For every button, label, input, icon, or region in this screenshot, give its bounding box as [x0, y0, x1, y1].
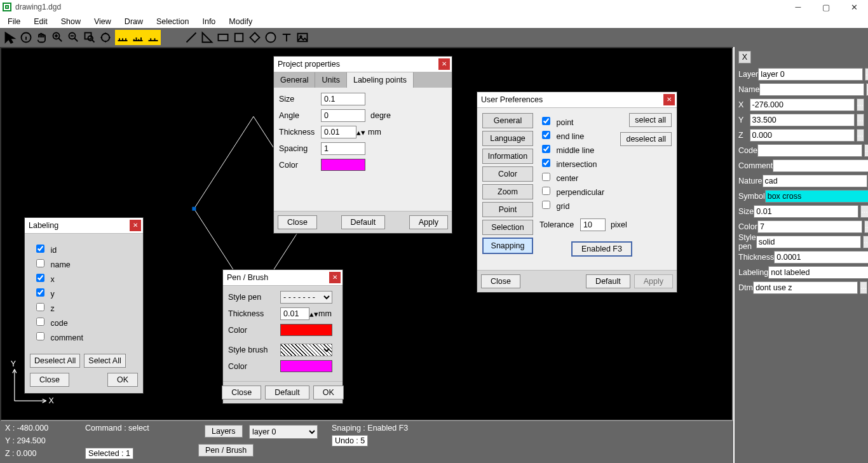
- menu-show[interactable]: Show: [56, 15, 86, 27]
- rp-z-input[interactable]: [750, 129, 855, 142]
- layers-button[interactable]: Layers: [205, 425, 243, 438]
- minimize-button[interactable]: ─: [784, 0, 812, 14]
- rp-comment-input[interactable]: [773, 159, 868, 172]
- rect-icon[interactable]: [217, 31, 229, 44]
- rp-layer-input[interactable]: [758, 68, 863, 81]
- cursor-icon[interactable]: [4, 31, 17, 44]
- zoom-in-icon[interactable]: [51, 31, 64, 44]
- labeling-deselect-all-button[interactable]: Deselect All: [30, 354, 80, 368]
- pref-enabled-button[interactable]: Enabled F3: [571, 241, 632, 257]
- menu-selection[interactable]: Selection: [151, 15, 194, 27]
- rp-stylepen-more-button[interactable]: ...: [863, 236, 868, 248]
- pref-intersection-checkbox[interactable]: [542, 159, 550, 167]
- proj-color-swatch[interactable]: [321, 159, 365, 171]
- measure-1-icon[interactable]: [116, 31, 129, 44]
- pref-tab-information[interactable]: Information: [482, 149, 533, 164]
- rp-name-input[interactable]: [759, 83, 864, 96]
- labeling-comment-checkbox[interactable]: [36, 332, 44, 340]
- zoom-out-icon[interactable]: [67, 31, 80, 44]
- labeling-select-all-button[interactable]: Select All: [84, 354, 125, 368]
- pref-middleline-checkbox[interactable]: [542, 145, 550, 153]
- labeling-id-checkbox[interactable]: [36, 245, 44, 253]
- rp-color-more-button[interactable]: ...: [864, 220, 868, 233]
- pen-close-icon[interactable]: ✕: [329, 272, 341, 283]
- pen-close-button[interactable]: Close: [222, 386, 261, 399]
- zoom-extents-icon[interactable]: [99, 31, 112, 44]
- close-window-button[interactable]: ✕: [840, 0, 868, 14]
- pref-deselect-all-button[interactable]: deselect all: [620, 132, 672, 146]
- info-icon[interactable]: [20, 31, 32, 44]
- pref-tab-language[interactable]: Language: [482, 131, 533, 146]
- labeling-z-checkbox[interactable]: [36, 303, 44, 311]
- labeling-y-checkbox[interactable]: [36, 288, 44, 297]
- rp-nature-input[interactable]: [763, 175, 867, 187]
- proj-apply-button[interactable]: Apply: [409, 215, 448, 229]
- proj-angle-input[interactable]: [321, 109, 365, 122]
- pref-close-button[interactable]: Close: [481, 274, 520, 288]
- rp-y-more-button[interactable]: ...: [857, 114, 864, 126]
- pref-center-checkbox[interactable]: [542, 173, 550, 181]
- rp-z-more-button[interactable]: ...: [857, 129, 864, 142]
- rp-code-more-button[interactable]: ...: [864, 144, 868, 157]
- proj-thickness-input[interactable]: [321, 126, 356, 138]
- zoom-window-icon[interactable]: [83, 31, 96, 44]
- diamond-icon[interactable]: [248, 31, 261, 44]
- text-icon[interactable]: [280, 31, 293, 44]
- pref-perpendicular-checkbox[interactable]: [542, 187, 550, 195]
- labeling-close-icon[interactable]: ✕: [130, 220, 141, 231]
- menu-info[interactable]: Info: [197, 15, 220, 27]
- rp-x-more-button[interactable]: ...: [857, 98, 864, 111]
- labeling-close-button[interactable]: Close: [30, 373, 69, 387]
- circle-icon[interactable]: [264, 31, 277, 44]
- menu-file[interactable]: File: [3, 15, 25, 27]
- pref-tolerance-input[interactable]: [580, 218, 606, 231]
- rp-thickness-input[interactable]: [774, 251, 868, 264]
- rp-symbol-input[interactable]: [765, 190, 868, 203]
- rp-size-input[interactable]: [754, 205, 858, 218]
- rp-code-input[interactable]: [757, 144, 862, 157]
- menu-view[interactable]: View: [89, 15, 116, 27]
- pref-tab-point[interactable]: Point: [482, 202, 533, 217]
- pref-close-icon[interactable]: ✕: [663, 94, 675, 105]
- stylepen-select[interactable]: - - - - - - -: [280, 291, 332, 304]
- pref-grid-checkbox[interactable]: [542, 201, 550, 209]
- labeling-x-checkbox[interactable]: [36, 274, 44, 282]
- penbrush-button[interactable]: Pen / Brush: [198, 444, 254, 457]
- proj-tab-labeling-points[interactable]: Labeling points: [347, 72, 414, 88]
- pen-ok-button[interactable]: OK: [313, 386, 344, 399]
- pref-select-all-button[interactable]: select all: [629, 113, 672, 127]
- right-triangle-icon[interactable]: [201, 31, 214, 44]
- pref-point-checkbox[interactable]: [542, 117, 550, 125]
- rp-labeling-input[interactable]: [768, 266, 868, 279]
- rp-size-more-button[interactable]: ...: [860, 205, 868, 218]
- rp-dtm-more-button[interactable]: ...: [860, 281, 867, 294]
- rp-layer-more-button[interactable]: ...: [865, 68, 868, 81]
- line-icon[interactable]: [185, 31, 198, 44]
- proj-default-button[interactable]: Default: [341, 215, 386, 229]
- menu-modify[interactable]: Modify: [224, 15, 257, 27]
- labeling-ok-button[interactable]: OK: [107, 373, 138, 387]
- panel-close-button[interactable]: X: [738, 51, 751, 64]
- pen-thickness-input[interactable]: [280, 307, 309, 320]
- pref-tab-color[interactable]: Color: [482, 166, 533, 182]
- proj-tab-general[interactable]: General: [274, 72, 315, 88]
- layer-select[interactable]: layer 0: [249, 425, 318, 439]
- pen-default-button[interactable]: Default: [265, 386, 309, 399]
- stylebrush-select[interactable]: [280, 344, 332, 356]
- labeling-name-checkbox[interactable]: [36, 259, 44, 267]
- rp-color-input[interactable]: [757, 220, 862, 233]
- proj-tab-units[interactable]: Units: [315, 72, 346, 88]
- image-icon[interactable]: [296, 31, 309, 44]
- measure-2-icon[interactable]: [132, 31, 144, 44]
- proj-close-button[interactable]: Close: [278, 215, 317, 229]
- pref-tab-snapping[interactable]: Snapping: [482, 238, 533, 254]
- pref-default-button[interactable]: Default: [586, 274, 630, 288]
- pref-tab-selection[interactable]: Selection: [482, 220, 533, 235]
- labeling-code-checkbox[interactable]: [36, 318, 44, 326]
- pref-tab-general[interactable]: General: [482, 113, 533, 128]
- proj-size-input[interactable]: [321, 93, 365, 105]
- maximize-button[interactable]: ▢: [812, 0, 840, 14]
- brush-color-swatch[interactable]: [280, 360, 332, 372]
- rp-x-input[interactable]: [750, 98, 855, 111]
- menu-draw[interactable]: Draw: [119, 15, 148, 27]
